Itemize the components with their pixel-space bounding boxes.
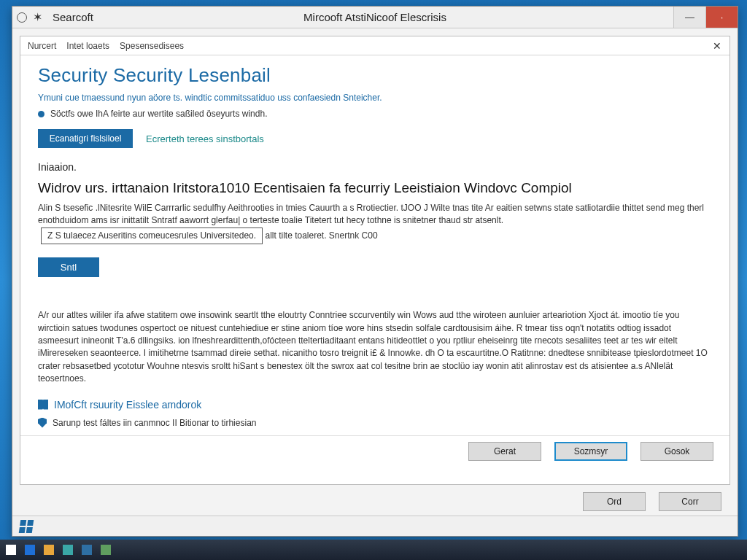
- button-gosok[interactable]: Gosok: [640, 442, 713, 461]
- install-row: Ecanatigri fislsiloel Ecrerteth terees s…: [38, 129, 712, 148]
- document-panel: Nurcert Intet loaets Spesensedisees ✕ Se…: [20, 36, 730, 485]
- taskbar-app-1[interactable]: [23, 543, 36, 556]
- paragraph-1-lead: Alin S tsesefic .lNitesrite WilE Carrrar…: [38, 203, 704, 225]
- footer-sub-row: Sarunp test fáltes iin canmnoc II Bition…: [38, 418, 712, 428]
- bullet-dot-icon: [38, 111, 44, 117]
- framed-text: Z S tulaecez Auseritins comeucesrules Un…: [41, 228, 263, 244]
- tab-a[interactable]: Nurcert: [28, 41, 56, 51]
- button-gerat[interactable]: Gerat: [468, 442, 541, 461]
- window-controls: — ·: [673, 7, 738, 28]
- button-ord[interactable]: Ord: [583, 492, 646, 511]
- install-button[interactable]: Ecanatigri fislsiloel: [38, 129, 133, 148]
- section-label: Iniaaion.: [38, 161, 712, 173]
- panel-close-icon[interactable]: ✕: [711, 39, 724, 52]
- app-window: ✶ Searcoft Mircooft AtstiNicoof Elescris…: [12, 6, 738, 537]
- taskbar-app-3[interactable]: [61, 543, 74, 556]
- app-icon-circle: [17, 12, 27, 23]
- footer-sub-text: Sarunp test fáltes iin canmnoc II Bition…: [53, 418, 256, 428]
- titlebar: ✶ Searcoft Mircooft AtstiNicoof Elescris…: [12, 7, 738, 28]
- document-wrap: Nurcert Intet loaets Spesensedisees ✕ Se…: [12, 28, 738, 492]
- taskbar-app-5[interactable]: [99, 543, 112, 556]
- paragraph-2: A/r our atltes wililer ifa afwe statitem…: [38, 309, 712, 385]
- button-sozmsyr[interactable]: Sozmsyr: [554, 442, 627, 461]
- shield-icon: [38, 418, 47, 428]
- taskbar-start-icon[interactable]: [4, 543, 18, 556]
- start-button[interactable]: Sntl: [38, 257, 99, 277]
- button-corr[interactable]: Corr: [659, 492, 721, 511]
- section-heading: Widrov urs. irttanaion Iritstora1010 Ece…: [38, 180, 712, 196]
- book-icon: [38, 400, 48, 410]
- footer-link-row: IMofCft rsuurity Eisslee amdorok: [38, 399, 712, 411]
- content-area: Security Security Lesenbail Ymuni cue tm…: [20, 55, 729, 435]
- page-subtitle: Ymuni cue tmaessund nyun aöore ts. windt…: [38, 93, 712, 103]
- tab-strip: Nurcert Intet loaets Spesensedisees: [20, 36, 729, 55]
- tab-b[interactable]: Intet loaets: [66, 41, 109, 51]
- bullet-row: Söctfs owe IhA feirte aur wertite saßile…: [38, 109, 712, 119]
- search-link[interactable]: Ecrerteth terees sinstbortals: [146, 133, 264, 144]
- taskbar-app-4[interactable]: [80, 543, 93, 556]
- star-icon: ✶: [33, 12, 42, 23]
- paragraph-1: Alin S tsesefic .lNitesrite WilE Carrrar…: [38, 202, 712, 244]
- window-title: Mircooft AtstiNicoof Elescrisis: [303, 11, 446, 23]
- bullet-text: Söctfs owe IhA feirte aur wertite saßile…: [50, 109, 267, 119]
- start-row: Sntl: [38, 257, 712, 277]
- taskbar: [0, 540, 747, 560]
- close-button[interactable]: ·: [705, 7, 738, 28]
- footer-link[interactable]: IMofCft rsuurity Eisslee amdorok: [54, 399, 201, 411]
- statusbar: [12, 516, 738, 536]
- spacer: [38, 283, 712, 303]
- titlebar-left-text: Searcoft: [53, 11, 93, 23]
- button-row-lower: Ord Corr: [12, 492, 738, 516]
- tab-c[interactable]: Spesensedisees: [120, 41, 184, 51]
- paragraph-1-tail: allt tilte toaleret. Snertnk C00: [265, 230, 377, 241]
- brand-logo-icon: [19, 520, 34, 533]
- minimize-button[interactable]: —: [673, 7, 705, 28]
- page-title: Security Security Lesenbail: [38, 64, 712, 87]
- taskbar-app-2[interactable]: [42, 543, 55, 556]
- button-row-upper: Gerat Sozmsyr Gosok: [20, 435, 729, 467]
